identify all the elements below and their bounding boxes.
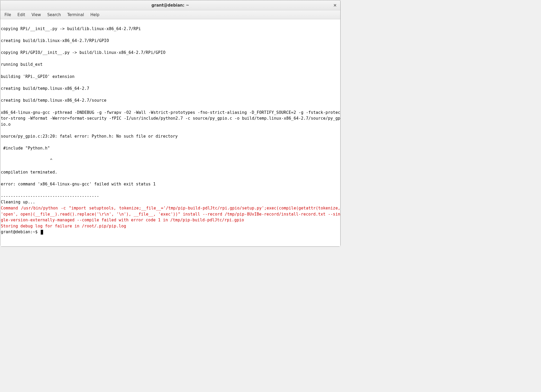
terminal-line <box>1 151 340 157</box>
terminal-line: copying RPi/GPIO/__init__.py -> build/li… <box>1 50 340 56</box>
terminal-line: Cleaning up... <box>1 199 340 205</box>
terminal-line: error: command 'x86_64-linux-gnu-gcc' fa… <box>1 181 340 187</box>
terminal-line: creating build/temp.linux-x86_64-2.7/sou… <box>1 97 340 104</box>
terminal-line <box>1 139 340 146</box>
terminal-line: ---------------------------------------- <box>1 193 340 199</box>
prompt-text: grant@debian:~$ <box>1 229 40 235</box>
menu-view[interactable]: View <box>28 11 44 18</box>
terminal-line: building 'RPi._GPIO' extension <box>1 74 340 80</box>
terminal-line: compilation terminated. <box>1 169 340 175</box>
terminal-window: grant@debian: ~ × File Edit View Search … <box>0 0 341 247</box>
terminal-line: running build_ext <box>1 62 340 68</box>
terminal-line: #include "Python.h" <box>1 145 340 151</box>
window-title: grant@debian: ~ <box>152 3 189 8</box>
terminal-line <box>1 104 340 110</box>
terminal-output[interactable]: copying RPi/__init__.py -> build/lib.lin… <box>0 19 340 246</box>
menu-search[interactable]: Search <box>44 11 64 18</box>
terminal-line: source/py_gpio.c:23:20: fatal error: Pyt… <box>1 133 340 139</box>
terminal-line <box>1 20 340 26</box>
terminal-line <box>1 32 340 38</box>
terminal-line <box>1 128 340 134</box>
terminal-line <box>1 68 340 74</box>
terminal-line <box>1 175 340 181</box>
terminal-line <box>1 56 340 62</box>
terminal-line <box>1 187 340 193</box>
terminal-line: ^ <box>1 157 340 164</box>
terminal-line: creating build/lib.linux-x86_64-2.7/RPi/… <box>1 38 340 44</box>
menu-file[interactable]: File <box>1 11 14 18</box>
menu-edit[interactable]: Edit <box>14 11 28 18</box>
close-button[interactable]: × <box>332 3 338 8</box>
terminal-line: Storing debug log for failure in /root/.… <box>1 223 340 229</box>
terminal-line <box>1 92 340 98</box>
terminal-line: creating build/temp.linux-x86_64-2.7 <box>1 86 340 92</box>
terminal-prompt[interactable]: grant@debian:~$ <box>1 229 340 235</box>
titlebar: grant@debian: ~ × <box>0 0 340 10</box>
menu-help[interactable]: Help <box>87 11 103 18</box>
close-icon: × <box>333 3 337 8</box>
terminal-line <box>1 163 340 169</box>
terminal-line: Command /usr/bin/python -c "import setup… <box>1 205 340 223</box>
terminal-line: copying RPi/__init__.py -> build/lib.lin… <box>1 26 340 32</box>
terminal-line <box>1 44 340 50</box>
terminal-line <box>1 80 340 86</box>
cursor-icon <box>41 230 43 235</box>
terminal-line: x86_64-linux-gnu-gcc -pthread -DNDEBUG -… <box>1 110 340 128</box>
menubar: File Edit View Search Terminal Help <box>0 10 340 19</box>
menu-terminal[interactable]: Terminal <box>64 11 87 18</box>
